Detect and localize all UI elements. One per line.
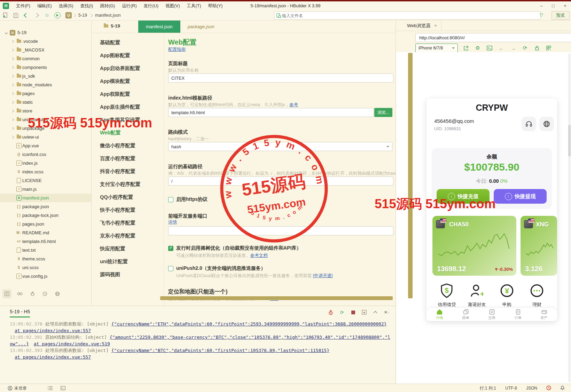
- tab-orders[interactable]: 订单: [505, 308, 531, 321]
- base-path-input[interactable]: [168, 177, 393, 186]
- section-quickapp[interactable]: 快应用配置: [92, 242, 164, 255]
- breadcrumb-file[interactable]: manifest.json: [95, 13, 121, 18]
- section-app-splash[interactable]: App启动界面配置: [92, 62, 164, 75]
- section-app-modules[interactable]: App模块配置: [92, 75, 164, 88]
- menu-file[interactable]: 文件(F): [13, 1, 34, 10]
- tab-assets[interactable]: 资产: [531, 308, 557, 321]
- market-card-cha50[interactable]: CHA50 13698.12 ▼-0.30%: [432, 216, 516, 276]
- history-clock-icon[interactable]: [546, 385, 551, 391]
- close-tab-icon[interactable]: ×: [434, 23, 437, 28]
- encoding-indicator[interactable]: UTF-8: [505, 386, 517, 391]
- tree-file-row[interactable]: Suni.scss: [0, 263, 91, 272]
- menu-run[interactable]: 运行(R): [118, 1, 140, 10]
- collapse-console-icon[interactable]: [373, 309, 378, 315]
- section-qq-mp[interactable]: QQ小程序配置: [92, 191, 164, 204]
- section-basic[interactable]: 基础配置: [92, 36, 164, 49]
- outline-icon[interactable]: [48, 386, 53, 390]
- menu-edit[interactable]: 编辑(E): [34, 1, 55, 10]
- tree-file-row[interactable]: M↓README.md: [0, 228, 91, 237]
- browser-back-icon[interactable]: ←: [498, 44, 505, 52]
- menu-help[interactable]: 帮助(Y): [205, 1, 226, 10]
- tree-file-row[interactable]: <>template.h5.html: [0, 237, 91, 246]
- page-title-input[interactable]: [168, 73, 393, 83]
- bell-icon[interactable]: [560, 385, 565, 391]
- chevron-right-icon[interactable]: [10, 110, 15, 112]
- tree-folder-row[interactable]: static: [0, 98, 91, 107]
- preview-scrollbar[interactable]: [568, 54, 571, 382]
- template-path-input[interactable]: [168, 108, 374, 117]
- chevron-right-icon[interactable]: [10, 66, 15, 69]
- tree-file-row[interactable]: LICENSE: [0, 176, 91, 185]
- tree-file-row-selected[interactable]: ⚙manifest.json: [0, 194, 91, 202]
- chevron-right-icon[interactable]: [10, 58, 15, 60]
- tab-market[interactable]: 行情: [427, 308, 453, 321]
- chevron-right-icon[interactable]: [10, 136, 15, 138]
- tree-folder-row[interactable]: unpackage: [0, 124, 91, 133]
- market-card-xng[interactable]: XNG 3.126: [521, 216, 557, 276]
- tree-file-row[interactable]: text.txt: [0, 246, 91, 254]
- open-external-icon[interactable]: [462, 44, 470, 52]
- tree-file-row[interactable]: VApp.vue: [0, 141, 91, 150]
- filter-icon[interactable]: ▽: [540, 12, 543, 17]
- menu-publish[interactable]: 发行(U): [140, 1, 162, 10]
- menu-goto[interactable]: 跳转(G): [96, 1, 118, 10]
- log-source-link[interactable]: at pages/index/index.vue:519: [34, 341, 110, 346]
- tree-folder-row[interactable]: uview-ui: [0, 133, 91, 141]
- section-source-view[interactable]: 源码视图: [92, 268, 164, 281]
- cursor-position[interactable]: 行:1 列:1: [480, 385, 496, 391]
- withdraw-button[interactable]: ↑快捷提现: [494, 189, 547, 204]
- tree-file-row[interactable]: {}iconfont.css: [0, 150, 91, 159]
- config-guide-link[interactable]: 配置指南: [168, 47, 186, 53]
- tree-file-row[interactable]: [ ]package.json: [0, 202, 91, 211]
- log-source-link[interactable]: at pages/index/index.vue:557: [15, 328, 91, 333]
- section-feishu-mp[interactable]: 飞书小程序配置: [92, 217, 164, 229]
- restart-icon[interactable]: ⟳: [339, 309, 345, 315]
- dev-port-detail-link[interactable]: 详情: [168, 219, 177, 225]
- tab-copy-trade[interactable]: 跟单: [453, 308, 479, 321]
- checkbox-unchecked-icon[interactable]: [168, 197, 173, 202]
- forward-icon[interactable]: [31, 11, 42, 19]
- tree-folder-row[interactable]: components: [0, 63, 91, 72]
- treeshake-checkbox-row[interactable]: 发行时启用摇树优化（自动裁剪没有使用的组件和API库）: [168, 245, 301, 251]
- section-jd-mp[interactable]: 京东小程序配置: [92, 229, 164, 242]
- tab-manifest-json[interactable]: manifest.json: [138, 21, 180, 33]
- feature-credit-loan[interactable]: $ 信用借贷: [432, 283, 462, 308]
- tree-file-row[interactable]: Jmain.js: [0, 185, 91, 194]
- tree-folder-row[interactable]: uni_modules: [0, 115, 91, 124]
- log-source-link[interactable]: at pages/index/index.vue:557: [15, 354, 91, 360]
- run-icon[interactable]: [52, 11, 63, 19]
- file-search-box[interactable]: [274, 11, 541, 19]
- clear-console-icon[interactable]: ✕↓: [384, 309, 389, 315]
- menu-tools[interactable]: 工具(T): [183, 1, 205, 10]
- console-tab[interactable]: 5-19 - H5: [10, 309, 30, 317]
- close-button[interactable]: ×: [559, 1, 571, 10]
- console-icon[interactable]: [486, 44, 493, 52]
- search-input[interactable]: [281, 13, 540, 18]
- menu-view[interactable]: 视图(V): [162, 1, 183, 10]
- section-kuaishou-mp[interactable]: 快手小程序配置: [92, 204, 164, 217]
- back-icon[interactable]: [21, 11, 31, 19]
- chevron-right-icon[interactable]: [10, 49, 15, 51]
- tree-file-row[interactable]: Jvue.config.js: [0, 272, 91, 281]
- chevron-right-icon[interactable]: [10, 119, 15, 121]
- minimize-button[interactable]: –: [535, 1, 547, 10]
- preview-scrollbar-thumb[interactable]: [568, 125, 571, 156]
- chevron-right-icon[interactable]: [10, 40, 15, 42]
- recharge-button[interactable]: ↓快捷充值: [437, 189, 490, 204]
- browser-forward-icon[interactable]: →: [509, 44, 517, 52]
- tree-file-row[interactable]: [ ]pages.json: [0, 220, 91, 228]
- menu-find[interactable]: 查找(I): [77, 1, 96, 10]
- feature-wealth[interactable]: 理财: [522, 283, 552, 308]
- login-status[interactable]: 未登录: [8, 385, 27, 391]
- menu-select[interactable]: 选择(S): [55, 1, 77, 10]
- find-icon[interactable]: [16, 290, 24, 298]
- tab-trade[interactable]: 交易: [479, 308, 505, 321]
- tree-file-row[interactable]: [ ]package-lock.json: [0, 211, 91, 220]
- tree-folder-row[interactable]: node_modules: [0, 80, 91, 89]
- section-app-icon[interactable]: App图标配置: [92, 49, 164, 62]
- device-select[interactable]: iPhone 6/7/8: [415, 44, 458, 53]
- chevron-right-icon[interactable]: [10, 127, 15, 130]
- horizontal-scrollbar[interactable]: [160, 296, 393, 300]
- tree-folder-row[interactable]: js_sdk: [0, 72, 91, 80]
- explorer-icon[interactable]: [3, 290, 11, 298]
